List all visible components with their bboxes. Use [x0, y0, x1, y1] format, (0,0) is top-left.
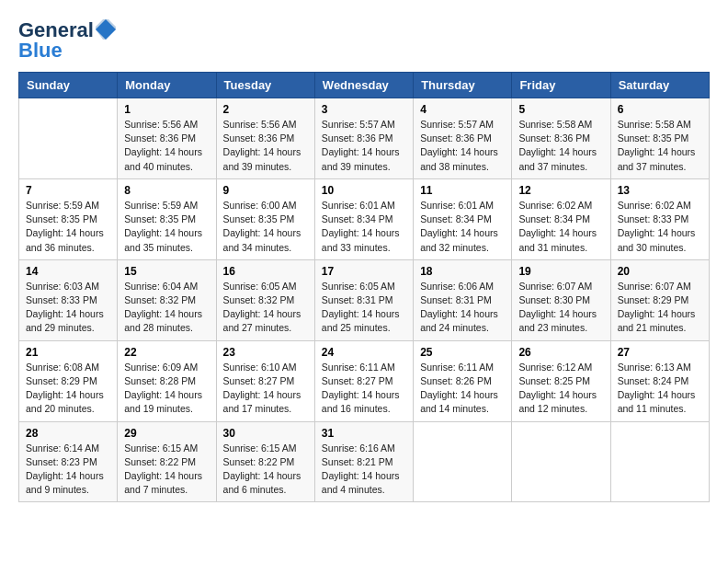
calendar-cell: 19Sunrise: 6:07 AM Sunset: 8:30 PM Dayli…	[512, 259, 610, 340]
day-info: Sunrise: 5:57 AM Sunset: 8:36 PM Dayligh…	[322, 118, 406, 174]
calendar-cell: 30Sunrise: 6:15 AM Sunset: 8:22 PM Dayli…	[216, 421, 314, 502]
day-number: 26	[518, 346, 603, 359]
day-info: Sunrise: 6:05 AM Sunset: 8:31 PM Dayligh…	[322, 280, 406, 336]
calendar-cell: 3Sunrise: 5:57 AM Sunset: 8:36 PM Daylig…	[314, 98, 413, 179]
header-sunday: Sunday	[19, 73, 118, 98]
calendar-cell: 12Sunrise: 6:02 AM Sunset: 8:34 PM Dayli…	[512, 178, 610, 259]
day-number: 17	[322, 265, 406, 278]
day-info: Sunrise: 6:05 AM Sunset: 8:32 PM Dayligh…	[223, 280, 308, 336]
day-info: Sunrise: 6:08 AM Sunset: 8:29 PM Dayligh…	[26, 361, 110, 417]
day-number: 27	[618, 346, 702, 359]
day-info: Sunrise: 6:06 AM Sunset: 8:31 PM Dayligh…	[420, 280, 505, 336]
calendar-cell: 31Sunrise: 6:16 AM Sunset: 8:21 PM Dayli…	[314, 421, 413, 502]
calendar-cell: 13Sunrise: 6:02 AM Sunset: 8:33 PM Dayli…	[610, 178, 709, 259]
calendar-table: SundayMondayTuesdayWednesdayThursdayFrid…	[18, 72, 710, 502]
calendar-cell: 10Sunrise: 6:01 AM Sunset: 8:34 PM Dayli…	[314, 178, 413, 259]
day-number: 28	[26, 427, 110, 440]
day-info: Sunrise: 6:11 AM Sunset: 8:26 PM Dayligh…	[420, 361, 505, 417]
calendar-cell: 20Sunrise: 6:07 AM Sunset: 8:29 PM Dayli…	[610, 259, 709, 340]
day-number: 1	[124, 103, 209, 116]
day-number: 12	[518, 184, 603, 197]
day-number: 7	[26, 184, 110, 197]
calendar-cell: 4Sunrise: 5:57 AM Sunset: 8:36 PM Daylig…	[414, 98, 512, 179]
calendar-cell: 18Sunrise: 6:06 AM Sunset: 8:31 PM Dayli…	[414, 259, 512, 340]
day-info: Sunrise: 6:14 AM Sunset: 8:23 PM Dayligh…	[26, 442, 110, 498]
day-info: Sunrise: 6:12 AM Sunset: 8:25 PM Dayligh…	[518, 361, 603, 417]
calendar-cell: 7Sunrise: 5:59 AM Sunset: 8:35 PM Daylig…	[19, 178, 118, 259]
calendar-cell: 5Sunrise: 5:58 AM Sunset: 8:36 PM Daylig…	[512, 98, 610, 179]
calendar-cell: 8Sunrise: 5:59 AM Sunset: 8:35 PM Daylig…	[118, 178, 216, 259]
calendar-cell: 28Sunrise: 6:14 AM Sunset: 8:23 PM Dayli…	[19, 421, 118, 502]
day-number: 29	[124, 427, 209, 440]
day-info: Sunrise: 5:58 AM Sunset: 8:36 PM Dayligh…	[518, 118, 603, 174]
day-info: Sunrise: 6:10 AM Sunset: 8:27 PM Dayligh…	[223, 361, 308, 417]
day-info: Sunrise: 6:16 AM Sunset: 8:21 PM Dayligh…	[322, 442, 406, 498]
header-saturday: Saturday	[610, 73, 709, 98]
day-number: 22	[124, 346, 209, 359]
week-row-3: 21Sunrise: 6:08 AM Sunset: 8:29 PM Dayli…	[19, 340, 710, 421]
header-thursday: Thursday	[414, 73, 512, 98]
day-number: 11	[420, 184, 505, 197]
calendar-cell: 11Sunrise: 6:01 AM Sunset: 8:34 PM Dayli…	[414, 178, 512, 259]
header-friday: Friday	[512, 73, 610, 98]
page-header: General Blue	[18, 18, 710, 63]
day-info: Sunrise: 6:13 AM Sunset: 8:24 PM Dayligh…	[618, 361, 702, 417]
day-info: Sunrise: 6:03 AM Sunset: 8:33 PM Dayligh…	[26, 280, 110, 336]
day-number: 16	[223, 265, 308, 278]
day-info: Sunrise: 6:02 AM Sunset: 8:34 PM Dayligh…	[518, 199, 603, 255]
calendar-cell: 27Sunrise: 6:13 AM Sunset: 8:24 PM Dayli…	[610, 340, 709, 421]
day-number: 8	[124, 184, 209, 197]
week-row-2: 14Sunrise: 6:03 AM Sunset: 8:33 PM Dayli…	[19, 259, 710, 340]
day-info: Sunrise: 5:57 AM Sunset: 8:36 PM Dayligh…	[420, 118, 505, 174]
day-info: Sunrise: 5:56 AM Sunset: 8:36 PM Dayligh…	[223, 118, 308, 174]
day-info: Sunrise: 6:11 AM Sunset: 8:27 PM Dayligh…	[322, 361, 406, 417]
calendar-cell	[512, 421, 610, 502]
calendar-cell: 9Sunrise: 6:00 AM Sunset: 8:35 PM Daylig…	[216, 178, 314, 259]
svg-marker-1	[96, 19, 116, 40]
day-number: 13	[618, 184, 702, 197]
day-number: 31	[322, 427, 406, 440]
day-info: Sunrise: 6:15 AM Sunset: 8:22 PM Dayligh…	[124, 442, 209, 498]
calendar-cell: 22Sunrise: 6:09 AM Sunset: 8:28 PM Dayli…	[118, 340, 216, 421]
day-number: 18	[420, 265, 505, 278]
day-info: Sunrise: 5:56 AM Sunset: 8:36 PM Dayligh…	[124, 118, 209, 174]
header-monday: Monday	[118, 73, 216, 98]
calendar-cell: 21Sunrise: 6:08 AM Sunset: 8:29 PM Dayli…	[19, 340, 118, 421]
day-number: 10	[322, 184, 406, 197]
day-info: Sunrise: 6:04 AM Sunset: 8:32 PM Dayligh…	[124, 280, 209, 336]
calendar-cell: 14Sunrise: 6:03 AM Sunset: 8:33 PM Dayli…	[19, 259, 118, 340]
calendar-cell: 26Sunrise: 6:12 AM Sunset: 8:25 PM Dayli…	[512, 340, 610, 421]
calendar-cell: 1Sunrise: 5:56 AM Sunset: 8:36 PM Daylig…	[118, 98, 216, 179]
day-info: Sunrise: 6:15 AM Sunset: 8:22 PM Dayligh…	[223, 442, 308, 498]
day-number: 5	[518, 103, 603, 116]
calendar-cell: 24Sunrise: 6:11 AM Sunset: 8:27 PM Dayli…	[314, 340, 413, 421]
day-info: Sunrise: 6:09 AM Sunset: 8:28 PM Dayligh…	[124, 361, 209, 417]
day-number: 25	[420, 346, 505, 359]
logo: General Blue	[18, 18, 116, 63]
calendar-cell: 2Sunrise: 5:56 AM Sunset: 8:36 PM Daylig…	[216, 98, 314, 179]
calendar-cell: 25Sunrise: 6:11 AM Sunset: 8:26 PM Dayli…	[414, 340, 512, 421]
day-number: 20	[618, 265, 702, 278]
day-info: Sunrise: 6:00 AM Sunset: 8:35 PM Dayligh…	[223, 199, 308, 255]
header-tuesday: Tuesday	[216, 73, 314, 98]
day-number: 30	[223, 427, 308, 440]
calendar-header-row: SundayMondayTuesdayWednesdayThursdayFrid…	[19, 73, 710, 98]
day-number: 4	[420, 103, 505, 116]
calendar-cell: 16Sunrise: 6:05 AM Sunset: 8:32 PM Dayli…	[216, 259, 314, 340]
week-row-0: 1Sunrise: 5:56 AM Sunset: 8:36 PM Daylig…	[19, 98, 710, 179]
day-number: 3	[322, 103, 406, 116]
calendar-cell: 29Sunrise: 6:15 AM Sunset: 8:22 PM Dayli…	[118, 421, 216, 502]
calendar-cell: 23Sunrise: 6:10 AM Sunset: 8:27 PM Dayli…	[216, 340, 314, 421]
day-info: Sunrise: 6:01 AM Sunset: 8:34 PM Dayligh…	[322, 199, 406, 255]
calendar-cell: 15Sunrise: 6:04 AM Sunset: 8:32 PM Dayli…	[118, 259, 216, 340]
header-wednesday: Wednesday	[314, 73, 413, 98]
day-number: 23	[223, 346, 308, 359]
calendar-cell: 6Sunrise: 5:58 AM Sunset: 8:35 PM Daylig…	[610, 98, 709, 179]
day-number: 6	[618, 103, 702, 116]
day-number: 2	[223, 103, 308, 116]
day-number: 19	[518, 265, 603, 278]
day-info: Sunrise: 6:02 AM Sunset: 8:33 PM Dayligh…	[618, 199, 702, 255]
calendar-cell: 17Sunrise: 6:05 AM Sunset: 8:31 PM Dayli…	[314, 259, 413, 340]
day-info: Sunrise: 6:07 AM Sunset: 8:30 PM Dayligh…	[518, 280, 603, 336]
calendar-cell	[610, 421, 709, 502]
